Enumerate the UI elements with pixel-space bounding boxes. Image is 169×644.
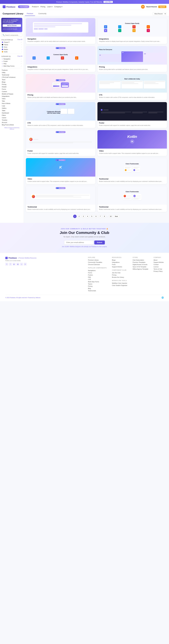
sidebar-feature-filters[interactable]: Filters bbox=[1, 114, 22, 116]
club-link-2[interactable]: Pricing bbox=[112, 274, 128, 276]
learn-more-button[interactable]: Learn More bbox=[104, 1, 113, 3]
explore-link-2[interactable]: Community Clonables bbox=[88, 262, 106, 263]
popular-link-7[interactable]: Teams bbox=[88, 283, 106, 285]
popular-link-8[interactable]: Pricing bbox=[88, 286, 106, 287]
company-link-5[interactable]: Terms of Use bbox=[154, 268, 164, 270]
sidebar-feature-table[interactable]: Table bbox=[1, 109, 22, 112]
card-integrations-1[interactable]: Connect Apps Easily G 🐦 ✉ ▶ ◆ ✓ ★ ♥ Inte… bbox=[98, 18, 167, 44]
sidebar-feature-timeline[interactable]: Timeline bbox=[1, 119, 22, 121]
popular-link-4[interactable]: FAQ bbox=[88, 276, 106, 278]
popular-link-2[interactable]: Forms bbox=[88, 272, 106, 274]
sidebar-feature-testimonial[interactable]: Testimonial bbox=[1, 74, 22, 76]
instagram-icon[interactable]: ◻ bbox=[20, 263, 23, 266]
resources-link-2[interactable]: Integrations bbox=[112, 262, 128, 263]
sidebar-feature-dashboard[interactable]: Dashboard bbox=[1, 112, 22, 114]
resources-link-1[interactable]: Blogs bbox=[112, 259, 128, 261]
twitter-icon[interactable]: 𝕏 bbox=[5, 263, 8, 266]
popular-link-6[interactable]: Multi-Step Forms bbox=[88, 281, 106, 282]
sidebar-feature-forms[interactable]: Forms bbox=[1, 88, 22, 90]
nav-company[interactable]: Company ▾ bbox=[54, 6, 62, 8]
sidebar-feature-logo[interactable]: Logo bbox=[1, 104, 22, 107]
sidebar-feature-tabs[interactable]: Tabs bbox=[1, 100, 22, 102]
sidebar-cat-multistep[interactable]: + Multi Step Forms ✓ bbox=[1, 65, 22, 67]
card-video-1[interactable]: Kotlin Video Content section built to su… bbox=[98, 130, 167, 156]
search-input[interactable] bbox=[5, 34, 21, 36]
card-integrations-2[interactable]: 👥Members Connect Apps Easily G 🐦 ✉ ▶ Int… bbox=[26, 46, 95, 72]
sidebar-feature-modals[interactable]: Models & Popups bbox=[1, 93, 22, 95]
sidebar-collection-flowui[interactable]: Flowui™ ✓ bbox=[1, 41, 22, 44]
workflow-link-2[interactable]: Color Swatch Organiser bbox=[112, 284, 128, 286]
resources-link-3[interactable]: Fonts bbox=[112, 264, 128, 265]
company-link-6[interactable]: Privacy Policy bbox=[154, 270, 164, 272]
sidebar-collection-matter[interactable]: Matter ○ bbox=[1, 48, 22, 50]
sidebar-feature-video[interactable]: Video bbox=[1, 98, 22, 100]
card-video-2[interactable]: 👥Members K Video Content section built t… bbox=[26, 158, 95, 184]
popular-link-9[interactable]: Blog bbox=[88, 288, 106, 289]
jetboost-link[interactable]: Jetboost bbox=[36, 297, 40, 298]
explore-link-1[interactable]: Premium Library bbox=[88, 259, 106, 261]
powered-by-link[interactable]: Jetboost bbox=[10, 128, 14, 130]
sidebar-feature-utility[interactable]: Utility bbox=[1, 71, 22, 74]
category-clear[interactable]: Clear All bbox=[18, 56, 22, 57]
explore-link-3[interactable]: Chrome Extension bbox=[88, 264, 106, 265]
facebook-icon[interactable]: f bbox=[9, 263, 12, 266]
nav-product[interactable]: Product ▾ bbox=[32, 6, 39, 8]
sidebar-feature-content[interactable]: Content bbox=[1, 90, 22, 93]
popular-link-5[interactable]: CTA bbox=[88, 279, 106, 280]
sidebar-feature-blogs[interactable]: Blogs bbox=[1, 81, 22, 83]
sidebar-feature-cta[interactable]: CTA (Call To Actions) bbox=[1, 76, 22, 78]
tab-premium[interactable]: Premium bbox=[25, 12, 35, 16]
sidebar-feature-integrations[interactable]: Integrations bbox=[1, 95, 22, 98]
collections-clear[interactable]: Clear All bbox=[18, 39, 22, 40]
add-to-chrome-button[interactable]: Add to Chrome bbox=[3, 24, 21, 27]
sidebar-feature-features[interactable]: Features bbox=[1, 69, 22, 71]
card-footer-1[interactable]: Footer Footer component with support for… bbox=[98, 102, 167, 128]
company-link-1[interactable]: About bbox=[154, 259, 164, 261]
community-submit-button[interactable]: Submit bbox=[94, 240, 105, 244]
workflow-link-1[interactable]: Webflow Color Importer bbox=[112, 282, 128, 284]
page-next-button[interactable]: Next bbox=[113, 215, 120, 218]
resources-link-4[interactable]: Support Articles bbox=[112, 266, 128, 268]
page-btn-8[interactable]: 8 bbox=[103, 214, 106, 218]
sort-select[interactable]: Most Recent Most Popular Alphabetical bbox=[153, 12, 166, 15]
community-email-input[interactable] bbox=[64, 240, 93, 244]
sidebar-collection-habas[interactable]: Habas ○ bbox=[1, 44, 22, 46]
page-btn-7[interactable]: 7 bbox=[98, 214, 102, 218]
store-link-5[interactable]: Willow Agency Template bbox=[133, 268, 148, 270]
store-link-2[interactable]: Premium Templates bbox=[133, 262, 148, 263]
sidebar-feature-account[interactable]: Account bbox=[1, 121, 22, 124]
sidebar-feature-team[interactable]: Team bbox=[1, 78, 22, 81]
page-btn-6[interactable]: 6 bbox=[94, 214, 98, 218]
card-testimonial-3[interactable]: Client Testimonials bbox=[98, 186, 167, 212]
card-pricing-1[interactable]: Plans for Everyone $0 $19 $49 bbox=[98, 46, 167, 72]
popular-link-10[interactable]: Testimonials bbox=[88, 290, 106, 292]
popular-link-1[interactable]: Navigations bbox=[88, 270, 106, 271]
club-link-1[interactable]: Join the Club bbox=[112, 272, 128, 274]
company-link-3[interactable]: Contact bbox=[154, 264, 164, 265]
club-link-3[interactable]: Browse the Library bbox=[112, 276, 128, 278]
card-cta-2[interactable]: 👥Members Collaborate efficientlywith the… bbox=[26, 102, 95, 128]
page-btn-10[interactable]: 10 bbox=[109, 214, 112, 218]
company-link-4[interactable]: Licence bbox=[154, 266, 164, 268]
upgrade-button[interactable]: Upgrade bbox=[158, 6, 166, 8]
tab-community[interactable]: Community bbox=[36, 12, 48, 16]
store-link-3[interactable]: Digital Assets & Goods bbox=[133, 264, 148, 265]
card-navigation-1[interactable]: Navigation Dropdown navigation, which ca… bbox=[26, 18, 95, 44]
company-link-2[interactable]: Support Articles bbox=[154, 262, 164, 263]
navbar-logo[interactable]: Flowbase bbox=[3, 5, 15, 8]
nav-pricing[interactable]: Pricing bbox=[40, 6, 45, 8]
card-pricing-2[interactable]: 👥Members bbox=[26, 74, 95, 100]
popular-link-3[interactable]: Footers bbox=[88, 274, 106, 276]
card-testimonial-2[interactable]: 👥Members Testimo bbox=[26, 186, 95, 212]
store-link-1[interactable]: Club Subscription bbox=[133, 259, 148, 261]
sidebar-feature-pricing[interactable]: Pricing bbox=[1, 83, 22, 86]
card-testimonial-1[interactable]: Client Testimonials bbox=[98, 158, 167, 184]
youtube-icon[interactable]: ▶ bbox=[13, 263, 16, 266]
sidebar-feature-howitworks[interactable]: How it Works bbox=[1, 102, 22, 104]
sidebar-feature-header[interactable]: Header bbox=[1, 86, 22, 88]
sidebar-feature-blogpost[interactable]: Blog Post & Article bbox=[1, 124, 22, 126]
nav-learn[interactable]: Learn ▾ bbox=[47, 6, 52, 8]
sidebar-collection-sony[interactable]: Sony ○ bbox=[1, 46, 22, 48]
store-link-4[interactable]: Opus UI Kit Template bbox=[133, 266, 148, 268]
linkedin-icon[interactable]: in bbox=[24, 263, 27, 266]
